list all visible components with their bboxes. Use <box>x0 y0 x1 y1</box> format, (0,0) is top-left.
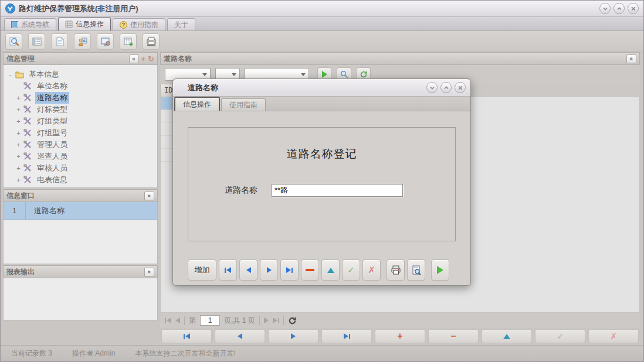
tree-root-basic-info[interactable]: - 基本信息 <box>7 69 157 80</box>
first-icon <box>225 267 231 273</box>
tree-label[interactable]: 基本信息 <box>27 69 61 80</box>
record-first-button[interactable] <box>161 329 212 343</box>
tree-toggle[interactable]: + <box>15 141 22 148</box>
reload-icon[interactable] <box>288 316 297 325</box>
tree-toggle[interactable]: + <box>15 165 22 172</box>
refresh-tree-icon[interactable]: ↻ <box>148 54 154 63</box>
tree-item-road-name[interactable]: + 道路名称 <box>7 92 157 104</box>
record-delete-button[interactable]: − <box>428 329 479 343</box>
tree-item-lamp-group-type[interactable]: + 灯组类型 <box>7 115 157 127</box>
dialog-minimize-button[interactable] <box>426 82 438 93</box>
tree-item-manager[interactable]: + 管理人员 <box>7 139 157 151</box>
record-cancel-button[interactable]: ✗ <box>588 329 639 343</box>
personnel-button[interactable] <box>74 33 91 50</box>
tree-label[interactable]: 管理人员 <box>35 139 69 151</box>
tree-label-selected[interactable]: 道路名称 <box>35 92 69 104</box>
close-button[interactable] <box>628 3 639 14</box>
tab-user-guide[interactable]: ? 使用指南 <box>113 18 165 30</box>
folder-icon <box>15 70 24 78</box>
dialog-close-button[interactable] <box>455 82 466 93</box>
row-label: 道路名称 <box>26 206 65 216</box>
dialog-tab-user-guide[interactable]: 使用指南 <box>221 98 266 111</box>
registration-form-panel: 道路名称登记 道路名称 <box>188 127 456 241</box>
add-node-icon[interactable]: + <box>141 54 146 63</box>
personnel-chart-icon <box>77 36 88 47</box>
tree-toggle[interactable]: + <box>15 118 22 125</box>
dialog-title: 道路名称 <box>188 83 423 93</box>
delete-record-button[interactable] <box>301 259 319 281</box>
output-button[interactable] <box>143 33 160 50</box>
page-next-button[interactable] <box>264 317 269 323</box>
tree-label[interactable]: 电表信息 <box>35 174 69 186</box>
tree-label[interactable]: 灯组型号 <box>35 127 69 139</box>
tab-info-operate[interactable]: 信息操作 <box>58 17 111 30</box>
search-button[interactable] <box>5 33 22 50</box>
execute-button[interactable] <box>431 259 449 281</box>
tool-icon <box>23 152 32 160</box>
page-last-button[interactable] <box>273 317 279 323</box>
window-title: 路灯维护保养管理系统(非注册用户) <box>19 4 596 14</box>
tree-label[interactable]: 单位名称 <box>35 80 69 92</box>
record-add-button[interactable]: + <box>375 329 425 343</box>
road-name-input[interactable] <box>272 184 403 197</box>
form-view-button[interactable] <box>28 33 45 50</box>
tree-item-lamp-mark-type[interactable]: + 灯标类型 <box>7 104 157 115</box>
plus-icon: + <box>397 332 402 341</box>
page-prev-button[interactable] <box>175 317 180 323</box>
printer-tray-icon <box>146 36 157 47</box>
tree-toggle[interactable]: - <box>7 71 13 78</box>
dialog-title-bar[interactable]: 道路名称 <box>173 79 470 97</box>
report-output-body <box>3 278 158 320</box>
tab-system-nav[interactable]: 系统导航 <box>4 18 56 30</box>
form-icon <box>32 36 42 47</box>
record-next-button[interactable] <box>268 329 318 343</box>
print-button[interactable] <box>387 259 405 281</box>
form-heading: 道路名称登记 <box>188 146 455 162</box>
record-prev-button[interactable] <box>215 329 265 343</box>
tab-label: 信息操作 <box>76 19 104 29</box>
monitor-button[interactable] <box>97 33 114 50</box>
record-last-button[interactable] <box>321 329 372 343</box>
edit-record-button[interactable] <box>321 259 340 281</box>
record-confirm-button[interactable]: ✓ <box>535 329 585 343</box>
tree-label[interactable]: 灯标类型 <box>35 104 69 115</box>
tree-label[interactable]: 巡查人员 <box>35 151 69 162</box>
add-button[interactable]: 增加 <box>188 259 216 281</box>
tree-toggle[interactable]: + <box>15 153 22 160</box>
tree-item-auditor[interactable]: + 审核人员 <box>7 162 157 174</box>
info-window-row[interactable]: 1 道路名称 <box>4 202 157 220</box>
page-first-button[interactable] <box>165 317 171 323</box>
collapse-left-button[interactable]: « <box>129 54 139 63</box>
tree-label[interactable]: 灯组类型 <box>35 115 69 127</box>
tab-about[interactable]: 关于 <box>167 18 195 30</box>
nav-last-button[interactable] <box>280 259 299 281</box>
collapse-up-button[interactable]: « <box>144 192 154 200</box>
document-button[interactable] <box>51 33 68 50</box>
tree-label[interactable]: 审核人员 <box>35 162 69 174</box>
table-add-button[interactable] <box>120 33 137 50</box>
page-number-input[interactable] <box>200 315 220 326</box>
collapse-up-button[interactable]: « <box>144 268 154 276</box>
tree-item-inspector[interactable]: + 巡查人员 <box>7 151 157 162</box>
tree-toggle[interactable]: + <box>15 129 22 136</box>
tree-toggle[interactable]: + <box>15 106 22 113</box>
dialog-restore-button[interactable] <box>440 82 452 93</box>
tree-item-unit-name[interactable]: 单位名称 <box>7 80 157 92</box>
nav-first-button[interactable] <box>219 259 237 281</box>
row-index: 1 <box>4 202 26 219</box>
tree-toggle[interactable]: + <box>15 94 22 101</box>
tree-toggle[interactable]: + <box>15 176 22 183</box>
nav-next-button[interactable] <box>260 259 278 281</box>
tree-item-meter-info[interactable]: + 电表信息 <box>7 174 157 186</box>
collapse-panel-button[interactable]: « <box>626 54 636 63</box>
restore-button[interactable] <box>614 3 625 14</box>
record-edit-button[interactable] <box>482 329 532 343</box>
chevron-down-icon <box>602 6 608 12</box>
dialog-tab-info-operate[interactable]: 信息操作 <box>174 97 220 111</box>
minimize-button[interactable] <box>599 3 611 14</box>
confirm-button[interactable]: ✓ <box>342 259 360 281</box>
cancel-button[interactable]: ✗ <box>362 259 381 281</box>
tree-item-lamp-group-model[interactable]: + 灯组型号 <box>7 127 157 139</box>
nav-prev-button[interactable] <box>239 259 257 281</box>
print-preview-button[interactable] <box>407 259 425 281</box>
